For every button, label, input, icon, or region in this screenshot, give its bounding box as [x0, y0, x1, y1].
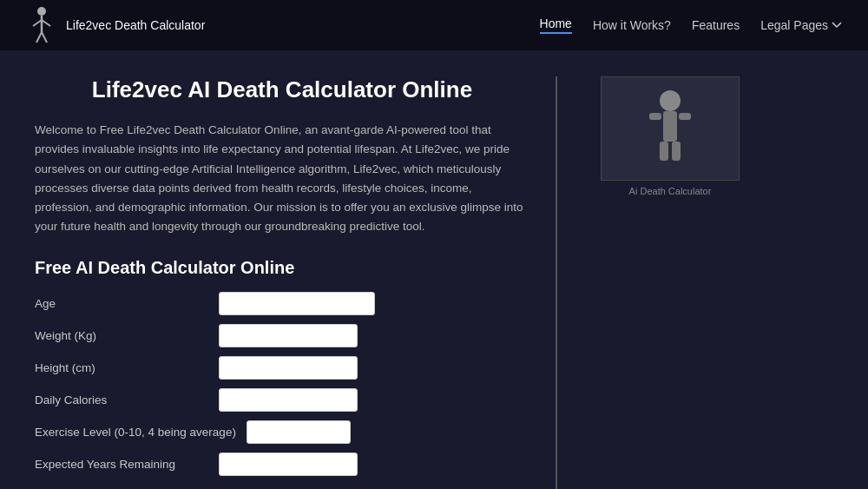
svg-line-2	[33, 20, 42, 26]
exercise-input[interactable]	[247, 420, 351, 444]
age-label: Age	[35, 297, 208, 310]
nav-how-it-works[interactable]: How it Works?	[593, 18, 671, 32]
years-remaining-row: Expected Years Remaining	[35, 453, 529, 476]
svg-line-3	[42, 20, 50, 26]
svg-rect-11	[672, 142, 681, 161]
svg-line-4	[36, 32, 42, 43]
svg-line-5	[42, 32, 47, 43]
page-title: Life2vec AI Death Calculator Online	[35, 76, 529, 103]
years-remaining-input[interactable]	[219, 453, 358, 476]
brand-text: Life2vec Death Calculator	[66, 18, 205, 32]
height-row: Height (cm)	[35, 356, 529, 380]
chevron-down-icon	[832, 22, 842, 29]
brand[interactable]: Life2vec Death Calculator	[26, 4, 205, 46]
years-remaining-label: Expected Years Remaining	[35, 458, 208, 471]
svg-point-6	[660, 90, 681, 111]
form-section-title: Free AI Death Calculator Online	[35, 258, 529, 278]
vertical-divider	[556, 76, 557, 489]
calories-row: Daily Calories	[35, 388, 529, 412]
nav-features[interactable]: Features	[692, 18, 740, 32]
sidebar-right: Ai Death Calculator	[583, 76, 757, 489]
svg-rect-7	[663, 111, 677, 142]
death-calculator-image	[635, 85, 705, 172]
nav-links: Home How it Works? Features Legal Pages	[540, 17, 842, 34]
sidebar-image	[601, 76, 740, 181]
weight-input[interactable]	[219, 324, 358, 347]
calories-input[interactable]	[219, 388, 358, 412]
exercise-label: Exercise Level (0-10, 4 being average)	[35, 426, 236, 439]
svg-rect-9	[679, 113, 691, 120]
description-text: Welcome to Free Life2vec Death Calculato…	[35, 121, 529, 237]
calories-label: Daily Calories	[35, 393, 208, 406]
content-left: Life2vec AI Death Calculator Online Welc…	[35, 76, 529, 489]
navbar: Life2vec Death Calculator Home How it Wo…	[0, 0, 868, 50]
weight-label: Weight (Kg)	[35, 329, 208, 342]
weight-row: Weight (Kg)	[35, 324, 529, 347]
nav-legal-pages[interactable]: Legal Pages	[760, 18, 842, 32]
height-input[interactable]	[219, 356, 358, 380]
exercise-row: Exercise Level (0-10, 4 being average)	[35, 420, 529, 444]
nav-home[interactable]: Home	[540, 17, 572, 34]
svg-rect-8	[649, 113, 661, 120]
age-row: Age	[35, 292, 529, 315]
svg-point-0	[37, 7, 46, 16]
age-input[interactable]	[219, 292, 375, 315]
svg-rect-10	[660, 142, 668, 161]
main-content: Life2vec AI Death Calculator Online Welc…	[0, 50, 868, 489]
sidebar-image-label: Ai Death Calculator	[629, 186, 712, 196]
height-label: Height (cm)	[35, 361, 208, 374]
brand-logo-icon	[26, 4, 57, 46]
